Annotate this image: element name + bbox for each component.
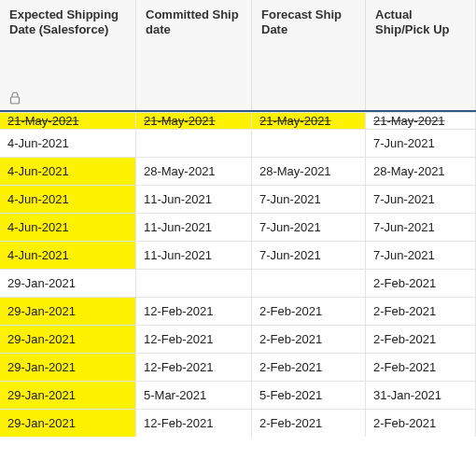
table-cell[interactable]: 12-Feb-2021 [136,409,252,437]
table-cell[interactable]: 29-Jan-2021 [0,381,136,409]
table-cell[interactable]: 12-Feb-2021 [136,353,252,381]
table-cell[interactable]: 7-Jun-2021 [366,129,476,157]
table-cell[interactable]: 2-Feb-2021 [252,297,366,325]
table-cell[interactable]: 11-Jun-2021 [136,241,252,269]
table-cell[interactable]: 4-Jun-2021 [0,241,136,269]
table-cell[interactable]: 2-Feb-2021 [366,353,476,381]
table-cell[interactable]: 7-Jun-2021 [252,241,366,269]
table-cell[interactable]: 29-Jan-2021 [0,409,136,437]
table-cell[interactable]: 29-Jan-2021 [0,297,136,325]
table-cell[interactable]: 2-Feb-2021 [366,409,476,437]
table-cell[interactable]: 4-Jun-2021 [0,213,136,241]
svg-rect-0 [11,97,20,104]
table-cell[interactable]: 28-May-2021 [252,157,366,185]
table-cell[interactable]: 29-Jan-2021 [0,353,136,381]
table-cell[interactable]: 5-Feb-2021 [252,381,366,409]
table-cell[interactable]: 12-Feb-2021 [136,325,252,353]
table-cell[interactable]: 11-Jun-2021 [136,185,252,213]
table-cell[interactable]: 2-Feb-2021 [252,353,366,381]
table-cell[interactable]: 7-Jun-2021 [252,185,366,213]
column-header[interactable]: Committed Ship date [136,0,252,110]
table-cell[interactable]: 5-Mar-2021 [136,381,252,409]
lock-icon [9,91,21,105]
table-cell[interactable]: 21-May-2021 [0,112,136,129]
table-cell[interactable]: 21-May-2021 [366,112,476,129]
shipping-dates-table: Expected Shipping Date (Salesforce)Commi… [0,0,476,437]
table-cell[interactable]: 28-May-2021 [366,157,476,185]
table-cell[interactable]: 2-Feb-2021 [252,409,366,437]
table-cell[interactable]: 4-Jun-2021 [0,185,136,213]
table-cell[interactable]: 7-Jun-2021 [252,213,366,241]
table-cell[interactable]: 29-Jan-2021 [0,269,136,297]
table-cell[interactable] [252,129,366,157]
table-cell[interactable] [252,269,366,297]
table-cell[interactable]: 7-Jun-2021 [366,213,476,241]
column-header[interactable]: Expected Shipping Date (Salesforce) [0,0,136,110]
table-cell[interactable]: 2-Feb-2021 [366,297,476,325]
table-cell[interactable]: 21-May-2021 [136,112,252,129]
table-cell[interactable] [136,269,252,297]
table-cell[interactable] [136,129,252,157]
table-cell[interactable]: 11-Jun-2021 [136,213,252,241]
table-cell[interactable]: 2-Feb-2021 [366,269,476,297]
table-cell[interactable]: 29-Jan-2021 [0,325,136,353]
table-cell[interactable]: 2-Feb-2021 [366,325,476,353]
table-cell[interactable]: 4-Jun-2021 [0,157,136,185]
column-header[interactable]: Forecast Ship Date [252,0,366,110]
table-cell[interactable]: 7-Jun-2021 [366,241,476,269]
table-cell[interactable]: 4-Jun-2021 [0,129,136,157]
table-cell[interactable]: 21-May-2021 [252,112,366,129]
table-cell[interactable]: 2-Feb-2021 [252,325,366,353]
table-cell[interactable]: 7-Jun-2021 [366,185,476,213]
table-cell[interactable]: 31-Jan-2021 [366,381,476,409]
table-cell[interactable]: 12-Feb-2021 [136,297,252,325]
table-cell[interactable]: 28-May-2021 [136,157,252,185]
column-header[interactable]: Actual Ship/Pick Up [366,0,476,110]
